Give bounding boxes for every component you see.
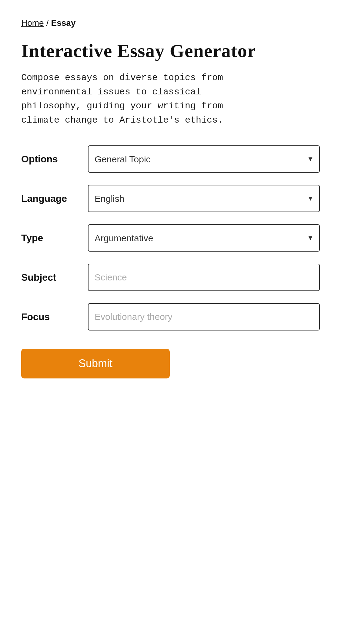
breadcrumb-current: Essay bbox=[51, 18, 75, 28]
options-row: Options General Topic Specific Topic Cus… bbox=[21, 145, 320, 173]
options-select-wrapper: General Topic Specific Topic Custom ▼ bbox=[88, 145, 320, 173]
page-description: Compose essays on diverse topics from en… bbox=[21, 71, 227, 127]
type-select[interactable]: Argumentative Descriptive Expository Nar… bbox=[88, 224, 320, 252]
submit-button[interactable]: Submit bbox=[21, 349, 170, 378]
options-select[interactable]: General Topic Specific Topic Custom bbox=[88, 145, 320, 173]
page-title: Interactive Essay Generator bbox=[21, 40, 320, 62]
breadcrumb-separator: / bbox=[46, 18, 49, 28]
language-label: Language bbox=[21, 193, 88, 204]
language-select-wrapper: English Spanish French German Italian Po… bbox=[88, 185, 320, 212]
essay-form: Options General Topic Specific Topic Cus… bbox=[21, 145, 320, 378]
subject-input[interactable] bbox=[88, 264, 320, 291]
subject-row: Subject bbox=[21, 264, 320, 291]
type-row: Type Argumentative Descriptive Expositor… bbox=[21, 224, 320, 252]
subject-label: Subject bbox=[21, 272, 88, 283]
focus-label: Focus bbox=[21, 311, 88, 323]
focus-row: Focus bbox=[21, 303, 320, 330]
breadcrumb-home-link[interactable]: Home bbox=[21, 18, 44, 28]
breadcrumb: Home / Essay bbox=[21, 18, 320, 28]
language-select[interactable]: English Spanish French German Italian Po… bbox=[88, 185, 320, 212]
focus-input[interactable] bbox=[88, 303, 320, 330]
language-row: Language English Spanish French German I… bbox=[21, 185, 320, 212]
type-select-wrapper: Argumentative Descriptive Expository Nar… bbox=[88, 224, 320, 252]
options-label: Options bbox=[21, 154, 88, 165]
type-label: Type bbox=[21, 232, 88, 244]
